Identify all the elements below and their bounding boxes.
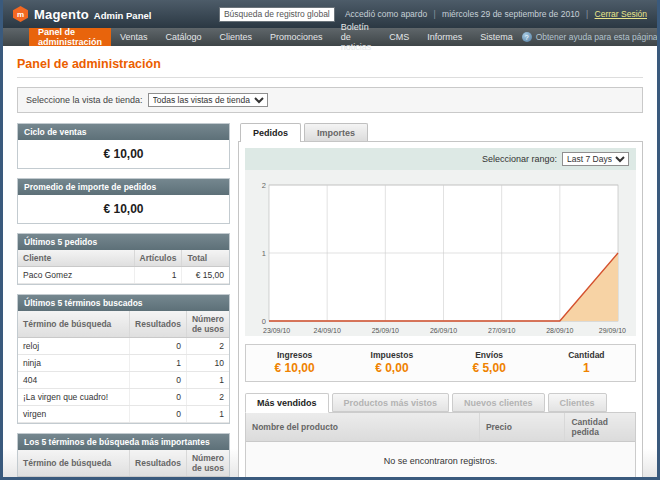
column-header: Resultados bbox=[130, 450, 187, 477]
page-title: Panel de administración bbox=[17, 57, 643, 71]
logo-title: Magento bbox=[34, 7, 89, 22]
nav-item-catálogo[interactable]: Catálogo bbox=[157, 28, 211, 46]
widget-sales-cycle: Ciclo de ventas € 10,00 bbox=[17, 123, 230, 169]
svg-text:29/09/10: 29/09/10 bbox=[599, 327, 626, 334]
column-header: Cantidad pedida bbox=[565, 413, 635, 442]
app-window: m Magento Admin Panel Accedió como apard… bbox=[0, 0, 660, 480]
header: m Magento Admin Panel Accedió como apard… bbox=[3, 0, 657, 28]
logout-link[interactable]: Cerrar Sesión bbox=[595, 9, 647, 19]
column-header: Nombre del producto bbox=[246, 413, 479, 442]
column-header: Término de búsqueda bbox=[18, 311, 130, 338]
nav-item-cms[interactable]: CMS bbox=[380, 28, 418, 46]
chart-tabs: PedidosImportes bbox=[238, 123, 643, 141]
title-divider bbox=[17, 77, 643, 78]
main-nav-items: Panel de administraciónVentasCatálogoCli… bbox=[29, 28, 522, 46]
stat-label: Impuestos bbox=[343, 350, 440, 360]
nav-item-informes[interactable]: Informes bbox=[418, 28, 471, 46]
tab-nuevos-clientes[interactable]: Nuevos clientes bbox=[452, 393, 545, 412]
store-view-label: Seleccione la vista de tienda: bbox=[26, 95, 143, 105]
table-row: reloj02 bbox=[18, 338, 229, 355]
stat-value: 1 bbox=[538, 361, 635, 375]
table-row: Paco Gomez1€ 15,00 bbox=[18, 267, 229, 284]
svg-text:27/09/10: 27/09/10 bbox=[488, 327, 515, 334]
orders-chart: 01223/09/1024/09/1025/09/1026/09/1027/09… bbox=[245, 170, 636, 336]
table-row: ninja110 bbox=[18, 355, 229, 372]
nav-item-promociones[interactable]: Promociones bbox=[261, 28, 332, 46]
totals-bar: Ingresos€ 10,00Impuestos€ 0,00Envíos€ 5,… bbox=[245, 344, 636, 382]
svg-text:23/09/10: 23/09/10 bbox=[263, 327, 290, 334]
stat-label: Cantidad bbox=[538, 350, 635, 360]
widget-title: Últimos 5 términos buscados bbox=[18, 295, 229, 311]
range-label: Seleccionar rango: bbox=[482, 154, 557, 164]
nav-item-sistema[interactable]: Sistema bbox=[471, 28, 522, 46]
column-header: Resultados bbox=[130, 311, 187, 338]
orders-panel: Seleccionar rango: Last 7 Days 01223/09/… bbox=[238, 141, 643, 477]
widget-last-search-terms: Últimos 5 términos buscados Término de b… bbox=[17, 294, 230, 424]
help-label: Obtener ayuda para esta página bbox=[536, 32, 658, 42]
widget-title: Promedio de importe de pedidos bbox=[18, 179, 229, 195]
main-nav: Panel de administraciónVentasCatálogoCli… bbox=[3, 28, 657, 46]
widget-title: Ciclo de ventas bbox=[18, 124, 229, 140]
widget-top-search-terms: Los 5 términos de búsqueda más important… bbox=[17, 433, 230, 477]
column-header: Total bbox=[182, 250, 229, 267]
logged-in-as: Accedió como apardo bbox=[345, 9, 427, 19]
nav-item-ventas[interactable]: Ventas bbox=[111, 28, 157, 46]
range-bar: Seleccionar rango: Last 7 Days bbox=[245, 148, 636, 170]
stat-envíos: Envíos€ 5,00 bbox=[441, 345, 538, 381]
svg-text:0: 0 bbox=[262, 317, 266, 326]
column-header: Cliente bbox=[18, 250, 134, 267]
nav-item-boletín-de-noticias[interactable]: Boletín de noticias bbox=[332, 28, 381, 46]
svg-text:24/09/10: 24/09/10 bbox=[314, 327, 341, 334]
logo-subtitle: Admin Panel bbox=[94, 10, 152, 21]
sales-cycle-value: € 10,00 bbox=[18, 140, 229, 168]
stat-ingresos: Ingresos€ 10,00 bbox=[246, 345, 343, 381]
tab-importes[interactable]: Importes bbox=[304, 123, 368, 141]
stat-value: € 10,00 bbox=[246, 361, 343, 375]
average-order-value: € 10,00 bbox=[18, 195, 229, 223]
store-view-bar: Seleccione la vista de tienda: Todas las… bbox=[17, 87, 643, 113]
widget-average-order: Promedio de importe de pedidos € 10,00 bbox=[17, 178, 230, 224]
stat-value: € 5,00 bbox=[441, 361, 538, 375]
column-header: Número de usos bbox=[186, 311, 229, 338]
store-view-select[interactable]: Todas las vistas de tienda bbox=[148, 93, 268, 107]
last-search-terms-table: Término de búsquedaResultadosNúmero de u… bbox=[18, 311, 229, 423]
header-meta: Accedió como apardo | miércoles 29 de se… bbox=[345, 9, 647, 19]
dashboard-main: PedidosImportes Seleccionar rango: Last … bbox=[238, 123, 643, 477]
current-date: miércoles 29 de septiembre de 2010 bbox=[442, 9, 580, 19]
svg-text:25/09/10: 25/09/10 bbox=[372, 327, 399, 334]
svg-text:1: 1 bbox=[262, 249, 266, 258]
global-search-input[interactable] bbox=[219, 7, 335, 22]
widget-title: Últimos 5 pedidos bbox=[18, 234, 229, 250]
column-header: Precio bbox=[479, 413, 565, 442]
stat-label: Envíos bbox=[441, 350, 538, 360]
grid-tabs: Más vendidosProductos más vistosNuevos c… bbox=[245, 393, 636, 412]
tab-más-vendidos[interactable]: Más vendidos bbox=[245, 393, 329, 413]
range-select[interactable]: Last 7 Days bbox=[562, 152, 629, 166]
last-orders-table: ClienteArtículosTotal Paco Gomez1€ 15,00 bbox=[18, 250, 229, 284]
table-row: virgen01 bbox=[18, 406, 229, 423]
empty-row: No se encontraron registros. bbox=[246, 442, 635, 478]
widget-title: Los 5 términos de búsqueda más important… bbox=[18, 434, 229, 450]
widget-last-orders: Últimos 5 pedidos ClienteArtículosTotal … bbox=[17, 233, 230, 285]
tab-productos-más-vistos[interactable]: Productos más vistos bbox=[332, 393, 450, 412]
stat-impuestos: Impuestos€ 0,00 bbox=[343, 345, 440, 381]
nav-item-panel-de-administración[interactable]: Panel de administración bbox=[29, 28, 111, 46]
table-row: ninja110 bbox=[18, 477, 229, 478]
tab-pedidos[interactable]: Pedidos bbox=[240, 123, 301, 142]
tab-clientes[interactable]: Clientes bbox=[548, 393, 607, 412]
sidebar-widgets: Ciclo de ventas € 10,00 Promedio de impo… bbox=[17, 123, 230, 477]
nav-item-clientes[interactable]: Clientes bbox=[211, 28, 262, 46]
magento-logo-icon: m bbox=[13, 6, 28, 22]
svg-text:26/09/10: 26/09/10 bbox=[430, 327, 457, 334]
stat-label: Ingresos bbox=[246, 350, 343, 360]
table-row: ¡La virgen que cuadro!02 bbox=[18, 389, 229, 406]
help-icon: ? bbox=[522, 32, 532, 42]
svg-text:28/09/10: 28/09/10 bbox=[546, 327, 573, 334]
column-header: Artículos bbox=[134, 250, 182, 267]
top-search-terms-table: Término de búsquedaResultadosNúmero de u… bbox=[18, 450, 229, 477]
stat-value: € 0,00 bbox=[343, 361, 440, 375]
help-link[interactable]: ? Obtener ayuda para esta página bbox=[522, 28, 660, 46]
stat-cantidad: Cantidad1 bbox=[538, 345, 635, 381]
dashboard-content: Panel de administración Seleccione la vi… bbox=[3, 46, 657, 477]
orders-chart-svg: 01223/09/1024/09/1025/09/1026/09/1027/09… bbox=[253, 177, 628, 335]
